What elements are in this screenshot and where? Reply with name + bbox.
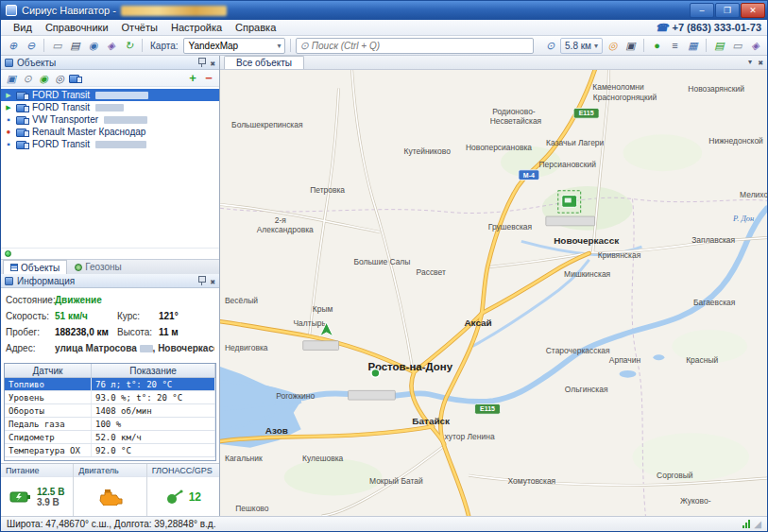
sensor-name: Обороты [5, 404, 92, 417]
engine-gauge: Двигатель [74, 464, 146, 516]
close-icon[interactable] [210, 276, 215, 286]
map-place-label: Кагальник [225, 455, 263, 464]
mileage-value: 188238,0 км [55, 327, 117, 337]
close-button[interactable]: ✕ [741, 3, 765, 18]
title-bar[interactable]: Сириус Навигатор - – ❐ ✕ [1, 1, 767, 20]
sensor-table: Датчик Показание Топливо76 л; t°: 20 °CУ… [4, 363, 216, 461]
zoom-in-icon[interactable] [5, 38, 21, 54]
pin-icon[interactable] [197, 276, 206, 285]
sensor-row[interactable]: Спидометр52.0 км/ч [5, 431, 215, 444]
add-object-button[interactable] [185, 71, 200, 85]
tab-objects[interactable]: Объекты [3, 260, 67, 274]
chevron-down-icon[interactable]: ▾ [748, 58, 752, 66]
globe-icon[interactable] [36, 71, 51, 85]
application-window: Сириус Навигатор - – ❐ ✕ ВидСправочникиО… [0, 0, 768, 532]
sensor-row[interactable]: Уровень93.0 %; t°: 20 °C [5, 391, 215, 404]
print-icon[interactable] [729, 38, 745, 54]
map-tab-bar: Все объекты ▾ [220, 56, 767, 70]
sensor-col-header: Датчик [5, 364, 92, 377]
find-object-icon[interactable] [20, 71, 35, 85]
sensor-row[interactable]: Обороты1408 об/мин [5, 404, 215, 418]
map-place-label: Чалтырь [293, 318, 326, 328]
marker-icon[interactable] [85, 38, 101, 54]
sensor-name: Педаль газа [5, 418, 92, 430]
layers-icon[interactable] [67, 38, 83, 54]
map-provider-select[interactable]: YandexMap ▾ [183, 38, 285, 54]
map-place-label: Пешково [235, 504, 269, 513]
state-label: Состояние: [6, 295, 55, 305]
remove-object-button[interactable] [201, 71, 216, 85]
info-panel-title: Информация [17, 276, 75, 286]
mileage-label: Пробег: [6, 327, 55, 337]
map-place-label: Заплавская [691, 235, 735, 245]
sensor-value: 93.0 %; t°: 20 °C [92, 391, 215, 403]
sensor-rows: Топливо76 л; t°: 20 °CУровень93.0 %; t°:… [5, 378, 215, 457]
list-icon[interactable] [667, 38, 683, 54]
monitoring-icon[interactable] [649, 38, 665, 54]
route-icon[interactable] [103, 38, 119, 54]
object-list-item[interactable]: FORD Transit [1, 89, 219, 101]
compass-icon[interactable] [605, 38, 621, 54]
map-place-label: Кутейниково [404, 146, 452, 156]
tab-geozones[interactable]: Геозоны [68, 260, 128, 274]
menu-item[interactable]: Настройка [164, 21, 229, 34]
maximize-button[interactable]: ❐ [715, 3, 740, 18]
support-phone: +7 (863) 333-01-73 [656, 22, 761, 34]
object-label: VW Transporter [32, 114, 98, 125]
eye-icon[interactable] [52, 71, 67, 85]
map-place-label: Недвиговка [225, 344, 268, 353]
close-icon[interactable] [758, 56, 763, 67]
menu-item[interactable]: Отчёты [115, 21, 164, 34]
status-icon [4, 92, 13, 99]
object-label: FORD Transit [32, 139, 90, 149]
redacted-title-text [121, 6, 227, 16]
vehicle-filter-icon[interactable] [68, 71, 83, 85]
map-scale-button[interactable]: 5.8 км ▾ [560, 38, 603, 54]
map-place-label: Ростов-на-Дону [368, 361, 453, 372]
monitor-icon[interactable] [4, 71, 19, 85]
window-title: Сириус Навигатор - [22, 5, 116, 16]
map-place-label: Петровка [310, 185, 345, 195]
minimize-button[interactable]: – [690, 3, 714, 18]
menu-item[interactable]: Справка [229, 21, 282, 34]
engine-icon [96, 489, 123, 506]
sensor-row[interactable]: Температура ОХ92.0 °C [5, 444, 215, 457]
object-list-item[interactable]: FORD Transit [1, 101, 219, 113]
select-region-icon[interactable] [49, 38, 65, 54]
object-list-item[interactable]: Renault Master Краснодар [1, 126, 219, 138]
address-value: улица Матросова , Новочеркасск, гор [55, 343, 214, 353]
map-place-label: Кулешовка [302, 455, 344, 464]
map-place-label: Мокрый Батай [369, 476, 423, 486]
calendar-icon[interactable] [685, 38, 701, 54]
map-view-icon[interactable] [711, 38, 727, 54]
map-canvas[interactable]: КаменоломниКрасногорняцкийНовозарянскийН… [220, 70, 767, 516]
pin-icon[interactable] [197, 58, 206, 67]
object-list-item[interactable]: FORD Transit [1, 138, 219, 150]
redacted-vehicle-label [303, 341, 339, 351]
satellite-icon [165, 489, 184, 505]
menu-item[interactable]: Вид [7, 21, 39, 34]
map-place-label: Несветайская [490, 116, 542, 126]
refresh-icon[interactable] [121, 38, 137, 54]
search-input[interactable] [312, 41, 529, 51]
menu-item[interactable]: Справочники [39, 21, 115, 34]
close-icon[interactable] [210, 58, 215, 68]
search-box[interactable] [296, 38, 534, 54]
settings-icon[interactable] [747, 38, 763, 54]
map-tab-all-objects[interactable]: Все объекты [224, 56, 304, 69]
object-list-item[interactable]: VW Transporter [1, 113, 219, 126]
pan-hand-icon[interactable] [623, 38, 639, 54]
tab-geozones-label: Геозоны [85, 262, 122, 272]
sensor-row[interactable]: Топливо76 л; t°: 20 °C [5, 378, 215, 391]
sensor-row[interactable]: Педаль газа100 % [5, 418, 215, 431]
vehicle-icon [16, 140, 29, 148]
map-provider-value: YandexMap [189, 41, 239, 51]
map-place-label: Большие Салы [353, 257, 410, 266]
zoom-out-icon[interactable] [23, 38, 39, 54]
road-badge-label: E115 [480, 405, 495, 412]
map-place-label: Александровка [257, 225, 315, 234]
resize-grip[interactable] [754, 519, 761, 529]
sensor-table-header: Датчик Показание [5, 364, 215, 378]
locate-icon[interactable] [542, 38, 558, 54]
map-place-label: Родионово- [492, 107, 536, 116]
